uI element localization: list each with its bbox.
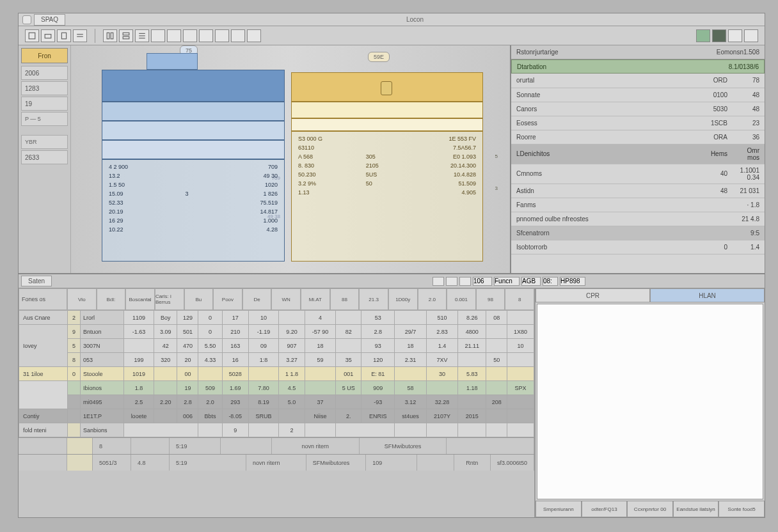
tb-table-icon[interactable] [167,29,181,42]
svg-rect-7 [123,33,129,35]
detail-canvas [537,304,763,499]
svg-rect-0 [29,33,35,39]
tb-new-icon[interactable] [25,29,39,42]
tb-run-icon[interactable] [696,29,710,42]
footer-cell[interactable]: odter/FQ13 [582,501,628,517]
col-header[interactable]: Bu [184,288,214,310]
leftcol-cell[interactable]: 2633 [21,150,68,164]
table-section: LDenichitosHemsOmr mos [511,144,765,164]
yellow-panel[interactable]: 59E 5 3 S3 000 G1E 553 FV 631107.5A56.7 … [291,53,483,262]
tb-box-icon[interactable] [247,29,261,42]
table-row[interactable]: orurtalORD78 [511,74,765,88]
grid-row[interactable]: 53007N 424705.50163099071893181.421.1110 [19,339,534,353]
svg-rect-6 [111,33,113,39]
table-row[interactable]: RoorreORA36 [511,130,765,144]
col-header[interactable]: Mi.AT [301,288,330,310]
mini-label: 106 [473,277,492,286]
table-row[interactable]: Sonnate010048 [511,88,765,102]
tb-cols-icon[interactable] [151,29,165,42]
table-row[interactable]: Isobtorrorb01.4 [511,240,765,254]
footer-cell[interactable]: Ccxnpnrtor 00 [627,501,673,517]
col-header[interactable]: Vło [67,288,97,310]
yellow-data-box: S3 000 G1E 553 FV 631107.5A56.7 A 568305… [291,131,483,262]
data-grid[interactable]: Aus Cnare 2Lrorl 1109Boy129017104535108.… [19,310,534,437]
table-row[interactable]: Sfcenatrorn9:5 [511,226,765,240]
tb-more-icon[interactable] [215,29,229,42]
col-header[interactable]: 8 [505,288,534,310]
tab-hlan[interactable]: HLAN [650,288,765,302]
leftcol-cell[interactable]: P — 5 [21,112,68,126]
cylinder-icon [381,81,392,95]
col-header[interactable]: 98 [476,288,505,310]
tb-align-icon[interactable] [183,29,197,42]
leftcol-cell[interactable]: YBR [21,135,68,149]
grid-row-dark[interactable]: Contiy 1E1T.P looete006Bbts-8.05SRUBNiis… [19,409,534,423]
tb-grid2-icon[interactable] [119,29,133,42]
leftcol-cell[interactable]: 1283 [21,81,68,95]
mini-tool-icon[interactable] [446,277,457,286]
col-header[interactable]: 21.3 [359,288,388,310]
mini-tool-icon[interactable] [459,277,471,286]
table-row[interactable]: Eosess1SCB23 [511,116,765,130]
table-row[interactable]: Cmnoms401.1001 0.34 [511,164,765,184]
grid-row-dark[interactable]: mi0495 2.52.202.82.02938.195.037-933.123… [19,395,534,409]
col-header[interactable]: Boscantal [125,288,155,310]
bottom-tab[interactable]: Saten [21,276,52,286]
app-tab[interactable]: SPAQ [34,14,65,26]
grid-footer-2: 5051/3 4.8 5:19 novn ritern SFMwibutores… [19,454,534,471]
leftcol-cell[interactable]: 19 [21,97,68,111]
mini-label: Funcn [494,277,520,286]
col-header[interactable]: 0.001 [447,288,476,310]
tb-grid1-icon[interactable] [103,29,117,42]
table-row[interactable]: Fanms· 1.8 [511,198,765,212]
window-control-icon[interactable] [22,15,31,24]
bottom-right-panel: CPR HLAN Smpeniurann odter/FQ13 Ccxnpnrt… [534,288,765,517]
tb-panel-icon[interactable] [199,29,213,42]
tb-stop-icon[interactable] [712,29,726,42]
mini-label: 08: [543,277,558,286]
grid-row[interactable]: fold nteni Sanbions 92 [19,423,534,437]
tb-layout-icon[interactable] [73,29,87,42]
grid-row-highlight[interactable]: 31 1iloe 0Stooole 10190050281 1.8001E: 8… [19,367,534,381]
svg-rect-2 [61,33,66,39]
tb-list-icon[interactable] [135,29,149,42]
tb-config-icon[interactable] [728,29,742,42]
titlebar: SPAQ Locon [19,13,765,26]
window-title: Locon [65,16,765,23]
table-row[interactable]: Astidn4821 031 [511,184,765,198]
summary-table: orurtalORD78 Sonnate010048 Canors503048 … [511,74,765,254]
col-header[interactable]: 2.0 [418,288,447,310]
col-header[interactable]: Bdl: [97,288,126,310]
tb-open-icon[interactable] [41,29,55,42]
tb-text-icon[interactable] [231,29,245,42]
side-label: 5 [495,153,498,159]
col-header[interactable]: WN [271,288,301,310]
leftcol-cell[interactable]: 2006 [21,66,68,80]
tb-help-icon[interactable] [744,29,758,42]
summary-panel: Rstonrjurtarige Eomonsn1.508 Dtarbation … [510,45,765,273]
tb-save-icon[interactable] [57,29,71,42]
table-row[interactable]: Canors503048 [511,102,765,116]
col-header[interactable]: 1D00y [388,288,418,310]
blue-panel[interactable]: 709 49 38 4 2 900709 13.249 30 1.5 50102… [102,70,285,262]
footer-cell[interactable]: Smpeniurann [536,501,582,517]
col-header[interactable]: De [242,288,272,310]
mini-tool-icon[interactable] [433,277,444,286]
grid-row[interactable]: 8053 199320204.33161:83.2759351202.317XV… [19,353,534,367]
mini-label: HP898 [560,277,585,286]
summary-sub-right: 8.1/0138/6 [729,63,759,70]
left-column: Fron 2006 1283 19 P — 5 YBR 2633 [19,45,71,273]
grid-footer-1: 8 5:19 novn ritern SFMwibutores [19,437,534,454]
summary-title-right: Eomonsn1.508 [717,49,759,56]
grid-row[interactable]: Iovey 9Bntuon -1.633.095010210-1.199.20-… [19,325,534,339]
grid-row-green[interactable]: Ibionos 1.8195091.697.804.55 US909581.18… [19,381,534,395]
col-header[interactable]: Poov [213,288,242,310]
col-header[interactable]: Carls: i Berrus [155,288,184,310]
grid-row[interactable]: Aus Cnare 2Lrorl 1109Boy129017104535108.… [19,311,534,325]
tab-cpr[interactable]: CPR [536,288,650,302]
table-row[interactable]: pnnomed oulbe nfreostes21 4.8 [511,212,765,226]
footer-cell[interactable]: Eandstue ilatsiyn [673,501,719,517]
leftcol-header: Fron [21,48,68,63]
col-header[interactable]: 88 [330,288,360,310]
footer-cell[interactable]: Sonte food5 [718,501,765,517]
